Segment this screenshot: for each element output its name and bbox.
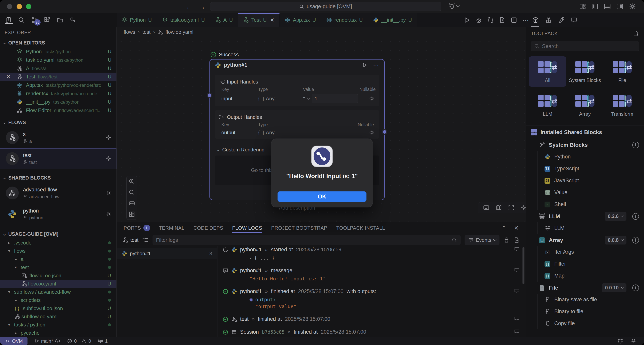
cat-icon[interactable] (618, 338, 623, 344)
log-entry-message[interactable]: python#1»message "Hello World! Input is:… (218, 264, 526, 285)
new-toolpack-icon[interactable] (632, 30, 639, 37)
minimize-window-icon[interactable] (16, 4, 22, 9)
tree-item[interactable]: { } .subflow.ui.oo.json U (0, 304, 116, 312)
info-icon[interactable]: i (632, 237, 639, 243)
events-filter-dropdown[interactable]: Events (464, 235, 500, 245)
settings-gear-icon[interactable] (106, 190, 112, 196)
handle-value[interactable]: ❝ 1 (303, 94, 360, 103)
zoom-window-icon[interactable] (26, 4, 32, 9)
panel-tab[interactable]: TERMINAL (159, 222, 184, 234)
toolpack-category-tile[interactable]: [ ] ⇄ All (529, 56, 566, 87)
fit-view-icon[interactable] (128, 200, 135, 207)
outline-list-icon[interactable] (142, 237, 148, 243)
customize-layout-icon[interactable] (579, 3, 586, 10)
settings-gear-icon[interactable] (106, 134, 112, 141)
back-icon[interactable]: ← (186, 3, 193, 11)
installed-block-row[interactable]: TS JS >_ [ ] [x] Shell (526, 198, 644, 210)
log-entry-finished-flow[interactable]: test»finished at2025/5/28 15:07:00 (218, 313, 526, 326)
panel-tab[interactable]: PORTS 1 (124, 222, 150, 234)
handle-settings-gear-icon[interactable] (369, 129, 375, 136)
ports-item[interactable]: 1 (98, 338, 108, 344)
flow-card[interactable]: test test (0, 148, 116, 169)
log-node-item[interactable]: python#1 3 (117, 248, 217, 259)
comment-icon[interactable] (514, 267, 520, 273)
toggle-sidebar-icon[interactable] (591, 3, 598, 10)
toolpack-category-tile[interactable]: [ ] ⇄ Transform (604, 90, 641, 120)
log-entry-session[interactable]: Sessionb7d53c05»finished at2025/5/28 15:… (218, 326, 526, 337)
feedback-panel-icon[interactable] (571, 13, 578, 27)
tree-item[interactable]: ▾ subflows / advanced-flow (0, 288, 116, 296)
installed-block-row[interactable]: TS JS >_ [ ] [x] Iter Args (526, 246, 644, 258)
open-editor-item[interactable]: ✕ A flows/a U (0, 64, 116, 73)
installed-block-row[interactable]: TS JS >_ [ ] [x] LLM (526, 222, 644, 234)
editor-tab[interactable]: Test U ✕ (238, 13, 280, 27)
installed-block-row[interactable]: TS JS >_ [ ] [x] File 0.0.10 (526, 282, 644, 294)
flows-header[interactable]: ⌄ FLOWS (0, 118, 116, 127)
close-window-icon[interactable] (7, 4, 12, 9)
shared-blocks-header[interactable]: ⌄ SHARED BLOCKS (0, 173, 116, 182)
rocket-panel-icon[interactable] (558, 13, 565, 27)
output-port[interactable] (382, 129, 387, 135)
log-entry-finished-node[interactable]: python#1»finished at2025/5/28 15:07:00wi… (218, 285, 526, 313)
shared-block-card[interactable]: advanced-flow advanced-flow (0, 182, 116, 204)
source-control-icon[interactable]: 36 (31, 17, 38, 24)
info-icon[interactable]: i (632, 213, 639, 220)
open-editor-item[interactable]: ✕ App.tsx tasks/python/oo-render/src U (0, 81, 116, 89)
clear-logs-icon[interactable] (504, 237, 510, 243)
panel-tab[interactable]: FLOW LOGS (232, 222, 262, 234)
rerun-icon[interactable] (476, 17, 482, 24)
installed-block-row[interactable]: TS JS >_ [ ] [x] Binary save as file (526, 294, 644, 305)
version-dropdown[interactable]: 0.0.8 (604, 236, 626, 244)
panel-tab[interactable]: PROJECT BOOTSTRAP (271, 222, 328, 234)
version-dropdown[interactable]: 0.0.10 (602, 283, 626, 292)
installed-block-row[interactable]: TS JS >_ [ ] [x] Array 0.0.8 (526, 234, 644, 246)
run-icon[interactable] (464, 17, 470, 24)
tree-item[interactable]: ▸ pycache (0, 329, 116, 337)
input-port[interactable] (207, 93, 212, 98)
panel-tab[interactable]: TOOLPACK INSTALL (336, 222, 385, 234)
toggle-panel-icon[interactable] (604, 3, 611, 10)
tree-item[interactable]: ▾ flows (0, 247, 116, 255)
maximize-panel-icon[interactable]: ⌃ (502, 225, 506, 231)
flow-card[interactable]: s a (0, 127, 116, 148)
tree-item[interactable]: ▸ scriptlets (0, 296, 116, 304)
toolpack-category-tile[interactable]: [ ] ⇄ File (604, 56, 641, 87)
settings-gear-icon[interactable] (629, 3, 636, 10)
tree-item[interactable]: ▾ tasks / python (0, 321, 116, 329)
toolpack-category-tile[interactable]: [ ] ⇄ System Blocks (566, 56, 604, 87)
run-node-icon[interactable] (362, 62, 368, 68)
open-editor-item[interactable]: ✕ Test flows/test U (0, 73, 116, 81)
toolpack-search-input[interactable]: Search (531, 41, 639, 51)
key-icon[interactable] (70, 17, 76, 24)
zoom-out-icon[interactable] (128, 189, 135, 196)
installed-block-row[interactable]: TS JS >_ [ ] [x] Filter (526, 258, 644, 270)
comment-icon[interactable] (514, 316, 520, 321)
info-icon[interactable]: i (632, 284, 639, 291)
comment-icon[interactable] (514, 328, 520, 334)
chevron-down-icon[interactable]: ⌄ (216, 147, 220, 152)
open-editors-header[interactable]: ⌄ OPEN EDITORS (0, 38, 116, 48)
breadcrumb-folder[interactable]: test (142, 29, 150, 35)
command-center-search[interactable]: usage-guide [OVM] (210, 2, 441, 11)
breadcrumb-file[interactable]: flow.oo.yaml (166, 29, 194, 35)
scrollbar[interactable] (522, 247, 524, 284)
installed-block-row[interactable]: TS JS >_ [ ] [x] Binary to file (526, 305, 644, 317)
tree-item[interactable]: { } flow.oo.yaml U (0, 280, 116, 288)
tree-item[interactable]: ▾ test (0, 263, 116, 271)
node-header[interactable]: python#1 ⋯ (210, 60, 384, 71)
split-editor-icon[interactable] (510, 17, 517, 24)
close-panel-icon[interactable]: ✕ (514, 225, 518, 231)
editor-tab[interactable]: A U (210, 13, 238, 27)
string-mode-icon[interactable]: ❝ (303, 96, 306, 101)
toggle-secondary-sidebar-icon[interactable] (616, 3, 623, 10)
open-editor-item[interactable]: ✕ Python tasks/python U (0, 48, 116, 56)
assistant-menu[interactable] (448, 3, 459, 9)
settings-gear-icon[interactable] (106, 211, 112, 217)
editor-tab[interactable]: task.oo.yaml U (157, 13, 210, 27)
installed-block-row[interactable]: TS JS >_ [ ] [x] Python (526, 151, 644, 163)
log-entry-started[interactable]: python#1»started at2025/5/28 15:06:59 ▸{… (218, 246, 526, 264)
folder-icon[interactable] (56, 17, 64, 24)
version-dropdown[interactable]: 0.2.6 (604, 212, 626, 221)
export-logs-icon[interactable] (514, 237, 520, 243)
installed-block-row[interactable]: TS JS >_ [ ] [x] Copy file (526, 317, 644, 329)
